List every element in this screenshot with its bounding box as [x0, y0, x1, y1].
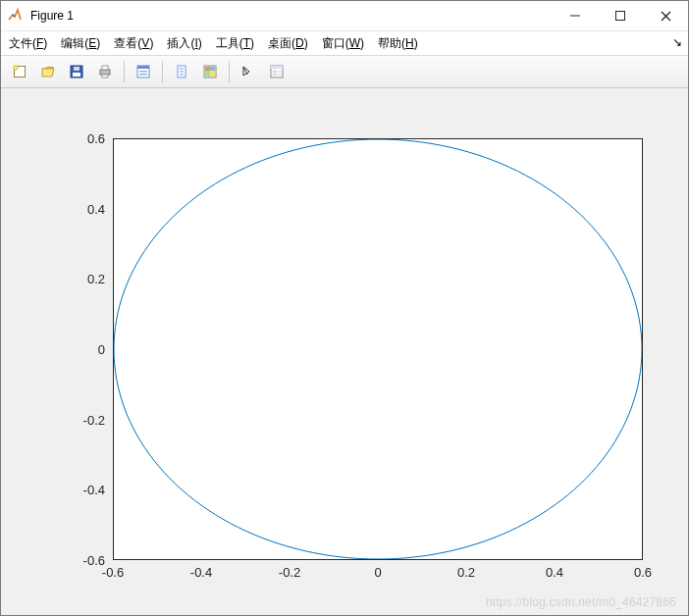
colorbar-button[interactable]	[197, 59, 223, 84]
svg-rect-7	[73, 73, 80, 77]
close-button[interactable]	[643, 1, 688, 30]
svg-rect-11	[102, 75, 108, 77]
x-tick-label: 0	[374, 565, 381, 580]
menu-item-d[interactable]: 桌面(D)	[268, 35, 308, 52]
y-tick-label: -0.2	[46, 412, 105, 427]
menubar: 文件(F)编辑(E)查看(V)插入(I)工具(T)桌面(D)窗口(W)帮助(H)…	[1, 31, 688, 55]
x-tick-label: -0.4	[190, 565, 212, 580]
window-title: Figure 1	[28, 9, 74, 23]
y-tick-label: 0.6	[46, 131, 105, 146]
toolbar-separator	[162, 61, 163, 82]
y-tick-label: 0.4	[46, 201, 105, 216]
open-button[interactable]	[35, 59, 61, 84]
dock-arrow-icon[interactable]: ↘	[672, 35, 682, 49]
print-preview-button[interactable]	[131, 59, 156, 84]
new-figure-icon	[12, 64, 27, 79]
x-tick-label: 0.4	[546, 565, 563, 580]
y-tick-label: -0.4	[46, 483, 105, 497]
svg-rect-23	[205, 71, 210, 77]
svg-rect-13	[137, 66, 149, 69]
menu-item-i[interactable]: 插入(I)	[167, 35, 201, 52]
edit-plot-icon	[240, 64, 256, 79]
data-cursor-icon	[174, 64, 189, 79]
new-figure-button[interactable]	[7, 59, 32, 84]
x-tick-label: 0.6	[634, 565, 652, 580]
menu-item-h[interactable]: 帮助(H)	[378, 35, 418, 52]
menu-item-w[interactable]: 窗口(W)	[322, 35, 364, 52]
x-tick-label: 0.2	[457, 565, 475, 580]
toolbar	[1, 55, 688, 87]
window-controls	[553, 1, 688, 30]
svg-rect-24	[210, 71, 215, 77]
x-tick-label: -0.6	[102, 565, 124, 580]
svg-rect-10	[102, 66, 108, 70]
property-inspector-icon	[269, 64, 285, 79]
svg-point-5	[14, 66, 18, 70]
print-preview-icon	[135, 64, 151, 79]
matlab-app-icon	[7, 8, 23, 24]
minimize-button[interactable]	[553, 1, 598, 30]
x-tick-label: -0.2	[279, 565, 300, 580]
toolbar-separator	[124, 61, 125, 82]
figure-canvas[interactable]: -0.6-0.4-0.200.20.40.6-0.6-0.4-0.200.20.…	[1, 87, 688, 615]
figure-window: Figure 1 文件(F)编辑(E)查看(V)插入(I)工具(T)桌面(D)窗…	[0, 0, 689, 616]
maximize-button[interactable]	[598, 1, 643, 30]
menu-item-e[interactable]: 编辑(E)	[61, 35, 100, 52]
toolbar-separator	[229, 61, 230, 82]
print-button[interactable]	[92, 59, 118, 84]
data-cursor-button[interactable]	[169, 59, 194, 84]
menu-item-v[interactable]: 查看(V)	[114, 35, 153, 52]
axes: -0.6-0.4-0.200.20.40.6-0.6-0.4-0.200.20.…	[30, 109, 659, 594]
svg-rect-26	[271, 66, 283, 69]
open-icon	[40, 64, 56, 79]
svg-rect-9	[100, 70, 110, 75]
save-button[interactable]	[64, 59, 89, 84]
print-icon	[97, 64, 113, 79]
property-inspector-button[interactable]	[264, 59, 290, 84]
svg-rect-8	[74, 67, 80, 71]
svg-rect-22	[210, 67, 215, 71]
y-tick-label: 0.2	[46, 272, 105, 286]
svg-rect-15	[139, 74, 147, 76]
edit-plot-button[interactable]	[236, 59, 261, 84]
svg-rect-1	[616, 12, 625, 21]
menu-item-t[interactable]: 工具(T)	[216, 35, 254, 52]
plot-line	[114, 139, 642, 559]
y-tick-label: 0	[46, 342, 105, 357]
y-tick-label: -0.6	[46, 553, 105, 568]
save-icon	[69, 64, 84, 79]
svg-rect-14	[139, 71, 147, 73]
svg-rect-21	[205, 67, 210, 71]
watermark-text: https://blog.csdn.net/m0_46427866	[486, 595, 676, 609]
colorbar-icon	[202, 64, 218, 79]
titlebar: Figure 1	[1, 1, 688, 31]
menu-item-f[interactable]: 文件(F)	[9, 35, 47, 52]
axes-box	[113, 138, 643, 560]
